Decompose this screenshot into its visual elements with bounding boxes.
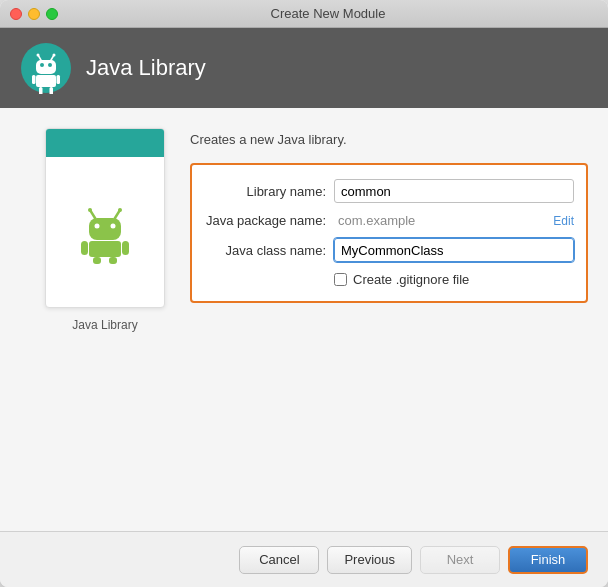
illustration-body: [73, 157, 137, 307]
package-row-content: com.example Edit: [334, 213, 574, 228]
svg-rect-13: [89, 218, 121, 240]
svg-point-5: [37, 54, 40, 57]
java-package-label: Java package name:: [204, 213, 334, 228]
svg-rect-22: [122, 241, 129, 255]
svg-point-17: [88, 208, 92, 212]
gitignore-checkbox-row: Create .gitignore file: [334, 272, 574, 287]
svg-rect-23: [93, 257, 101, 264]
svg-rect-1: [36, 60, 56, 74]
android-robot-icon: [73, 200, 137, 264]
svg-rect-20: [89, 241, 121, 257]
right-panel: Creates a new Java library. Library name…: [190, 128, 588, 511]
android-studio-logo: [20, 42, 72, 94]
edit-package-link[interactable]: Edit: [553, 214, 574, 228]
header-band: Java Library: [0, 28, 608, 108]
traffic-lights: [10, 8, 58, 20]
illustration-label: Java Library: [72, 318, 137, 332]
java-class-input[interactable]: [334, 238, 574, 262]
java-package-value: com.example: [334, 213, 553, 228]
main-window: Create New Module: [0, 0, 608, 587]
minimize-button[interactable]: [28, 8, 40, 20]
form-box: Library name: Java package name: com.exa…: [190, 163, 588, 303]
svg-point-14: [95, 224, 100, 229]
module-illustration: [45, 128, 165, 308]
svg-point-7: [53, 54, 56, 57]
svg-rect-21: [81, 241, 88, 255]
svg-point-3: [48, 63, 52, 67]
header-title: Java Library: [86, 55, 206, 81]
cancel-button[interactable]: Cancel: [239, 546, 319, 574]
window-title: Create New Module: [58, 6, 598, 21]
java-package-row: Java package name: com.example Edit: [204, 213, 574, 228]
gitignore-checkbox[interactable]: [334, 273, 347, 286]
left-panel: Java Library: [20, 128, 190, 511]
footer: Cancel Previous Next Finish: [0, 531, 608, 587]
next-button[interactable]: Next: [420, 546, 500, 574]
svg-rect-12: [50, 87, 54, 94]
library-name-row: Library name:: [204, 179, 574, 203]
library-name-input[interactable]: [334, 179, 574, 203]
java-class-row: Java class name:: [204, 238, 574, 262]
maximize-button[interactable]: [46, 8, 58, 20]
illustration-top-bar: [46, 129, 164, 157]
svg-point-2: [40, 63, 44, 67]
svg-rect-9: [32, 75, 36, 84]
svg-rect-8: [36, 75, 56, 87]
svg-rect-10: [57, 75, 61, 84]
title-bar: Create New Module: [0, 0, 608, 28]
previous-button[interactable]: Previous: [327, 546, 412, 574]
svg-rect-24: [109, 257, 117, 264]
finish-button[interactable]: Finish: [508, 546, 588, 574]
library-name-label: Library name:: [204, 184, 334, 199]
gitignore-checkbox-label: Create .gitignore file: [353, 272, 469, 287]
java-class-label: Java class name:: [204, 243, 334, 258]
svg-point-15: [111, 224, 116, 229]
main-content: Java Library Creates a new Java library.…: [0, 108, 608, 531]
svg-point-19: [118, 208, 122, 212]
close-button[interactable]: [10, 8, 22, 20]
svg-rect-11: [39, 87, 43, 94]
description-text: Creates a new Java library.: [190, 132, 588, 147]
